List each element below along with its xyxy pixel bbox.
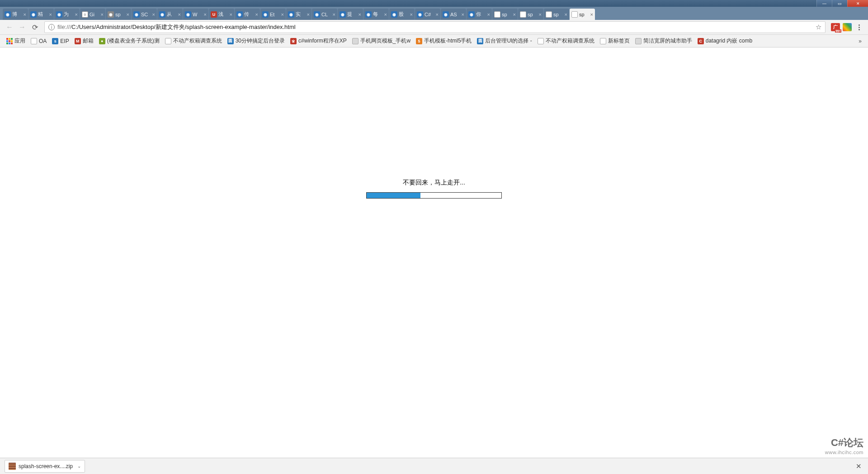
bookmark-label: (楼盘表业务子系统)测 [107, 37, 160, 45]
bookmark-item[interactable]: 不动产权籍调查系统 [162, 36, 225, 46]
tab-close-icon[interactable]: × [152, 12, 155, 17]
browser-tab[interactable]: ◉sp× [106, 9, 131, 20]
browser-tab[interactable]: ◉AS× [441, 9, 466, 20]
tab-close-icon[interactable]: × [75, 12, 78, 17]
url-text: file:///C:/Users/Administrator/Desktop/新… [57, 23, 296, 31]
tab-close-icon[interactable]: × [359, 12, 361, 17]
progress-fill [367, 193, 420, 198]
browser-tab[interactable]: ◉从× [157, 9, 183, 20]
tab-close-icon[interactable]: × [384, 12, 387, 17]
tab-close-icon[interactable]: × [539, 12, 542, 17]
browser-tab[interactable]: ◉你× [467, 9, 492, 20]
tab-close-icon[interactable]: × [513, 12, 516, 17]
tab-label: 浅 [218, 11, 229, 18]
browser-tab[interactable]: ◉股× [389, 9, 415, 20]
tab-label: AS [450, 12, 461, 17]
bookmark-item[interactable]: 手机网页模板_手机w [349, 36, 413, 46]
browser-menu-button[interactable] [854, 24, 864, 30]
bookmark-item[interactable]: 5手机模板-html5手机 [413, 36, 474, 46]
bookmark-favicon-icon: 圆 [477, 38, 483, 44]
tab-close-icon[interactable]: × [127, 12, 129, 17]
tab-close-icon[interactable]: × [333, 12, 335, 17]
favicon-icon: ◉ [185, 11, 191, 18]
browser-tab[interactable]: ◉C#× [415, 9, 440, 20]
tab-close-icon[interactable]: × [49, 12, 52, 17]
tab-close-icon[interactable]: × [487, 12, 490, 17]
download-item[interactable]: splash-screen-ex....zip ⌄ [5, 460, 85, 473]
favicon-icon: ◉ [365, 11, 372, 18]
bookmark-item[interactable]: sEIP [49, 36, 71, 46]
favicon-icon: ◉ [108, 11, 114, 18]
back-button[interactable]: ← [4, 21, 15, 33]
chevron-down-icon[interactable]: ⌄ [77, 464, 81, 469]
bookmark-item[interactable]: M邮箱 [72, 36, 96, 46]
tab-close-icon[interactable]: × [565, 12, 567, 17]
browser-tab[interactable]: sp× [544, 9, 569, 20]
tab-label: sp [502, 12, 512, 17]
tab-close-icon[interactable]: × [590, 12, 593, 17]
bookmark-label: 简洁宽屏的城市助手 [643, 37, 692, 45]
tab-close-icon[interactable]: × [255, 12, 258, 17]
page-viewport: 不要回来，马上走开... [0, 47, 868, 458]
browser-tab[interactable]: sp× [492, 9, 518, 20]
bookmark-item[interactable]: ※c#winform程序在XP [288, 36, 349, 46]
site-info-icon[interactable]: i [48, 24, 55, 30]
bookmark-item[interactable]: 圆30分钟搞定后台登录 [225, 36, 288, 46]
favicon-icon: ◉ [340, 11, 346, 18]
browser-tab[interactable]: ◉精× [28, 9, 54, 20]
extension-icon[interactable]: 广 [831, 23, 840, 31]
address-bar[interactable]: i file:///C:/Users/Administrator/Desktop… [44, 21, 826, 33]
tab-close-icon[interactable]: × [24, 12, 26, 17]
reload-button[interactable]: ⟳ [29, 21, 41, 33]
browser-tab[interactable]: ◉CL× [312, 9, 337, 20]
bookmarks-overflow-button[interactable]: » [856, 38, 864, 44]
favicon-icon: ◉ [159, 11, 165, 18]
bookmark-item[interactable]: 新标签页 [597, 36, 632, 46]
window-close-button[interactable]: ✕ [847, 0, 868, 7]
os-titlebar: — ▭ ✕ [0, 0, 868, 7]
browser-tab[interactable]: ◉每× [363, 9, 389, 20]
browser-tab[interactable]: ◉Et× [260, 9, 286, 20]
browser-tab[interactable]: sp× [518, 9, 543, 20]
browser-tab[interactable]: ◉实× [286, 9, 311, 20]
bookmark-item[interactable]: Cdatagrid 内嵌 comb [695, 36, 755, 46]
tab-close-icon[interactable]: × [436, 12, 439, 17]
browser-tab[interactable]: ◉提× [338, 9, 363, 20]
tab-close-icon[interactable]: × [462, 12, 464, 17]
bookmark-item[interactable]: 简洁宽屏的城市助手 [632, 36, 695, 46]
bookmark-item[interactable]: ●(楼盘表业务子系统)测 [96, 36, 162, 46]
tab-close-icon[interactable]: × [204, 12, 207, 17]
tab-close-icon[interactable]: × [410, 12, 413, 17]
favicon-icon [571, 11, 578, 18]
browser-tab[interactable]: ◉SC× [132, 9, 157, 20]
bookmark-item[interactable]: 不动产权籍调查系统 [535, 36, 597, 46]
tab-close-icon[interactable]: × [230, 12, 232, 17]
favicon-icon [494, 11, 500, 18]
tab-close-icon[interactable]: × [101, 12, 104, 17]
bookmark-item[interactable]: OA [28, 36, 49, 46]
bookmark-favicon-icon: ● [99, 38, 105, 44]
bookmark-item[interactable]: 圆后台管理UI的选择 - [474, 36, 534, 46]
window-minimize-button[interactable]: — [816, 0, 832, 7]
downloads-close-button[interactable]: ✕ [854, 462, 863, 470]
browser-tab[interactable]: ○Gi× [80, 9, 105, 20]
apps-button[interactable]: 应用 [4, 36, 28, 46]
extension-icon[interactable] [843, 23, 852, 31]
tab-label: 精 [38, 11, 48, 18]
tab-close-icon[interactable]: × [281, 12, 284, 17]
bookmark-label: 手机网页模板_手机w [360, 37, 410, 45]
window-maximize-button[interactable]: ▭ [832, 0, 847, 7]
browser-tab[interactable]: ◉W× [183, 9, 208, 20]
browser-tab[interactable]: ◉传× [235, 9, 260, 20]
browser-tab[interactable]: sp× [570, 9, 595, 20]
tab-close-icon[interactable]: × [178, 12, 181, 17]
bookmark-favicon-icon: 5 [416, 38, 422, 44]
bookmark-favicon-icon [352, 38, 359, 44]
bookmark-star-icon[interactable]: ☆ [816, 23, 821, 31]
browser-tab[interactable]: ◉为× [54, 9, 80, 20]
tab-close-icon[interactable]: × [307, 12, 310, 17]
browser-tab[interactable]: ◉博× [3, 9, 28, 20]
favicon-icon: ◉ [30, 11, 37, 18]
forward-button[interactable]: → [16, 21, 28, 33]
browser-tab[interactable]: U浅× [209, 9, 234, 20]
